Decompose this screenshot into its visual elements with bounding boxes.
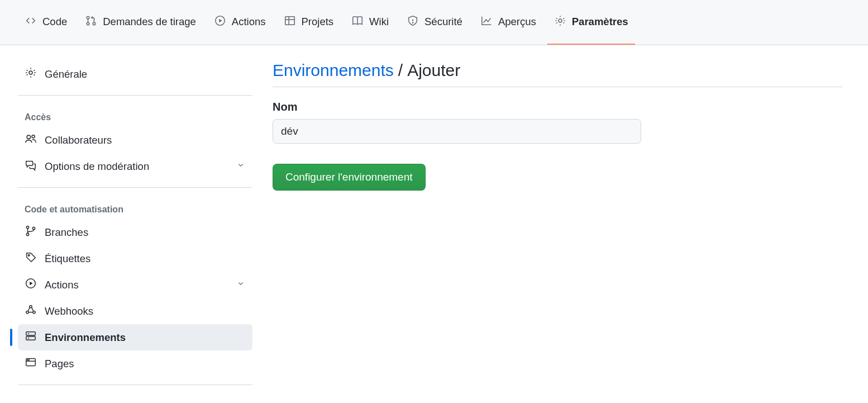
sidebar-item-label: Pages xyxy=(45,358,74,370)
tab-settings[interactable]: Paramètres xyxy=(547,0,635,45)
chevron-down-icon xyxy=(236,160,246,173)
play-circle-icon xyxy=(25,277,37,292)
sidebar-item-label: Collaborateurs xyxy=(45,134,112,146)
sidebar-item-collaborators[interactable]: Collaborateurs xyxy=(18,127,252,153)
tab-actions-label: Actions xyxy=(232,16,266,28)
book-icon xyxy=(351,15,364,30)
gear-icon xyxy=(25,67,37,82)
repo-tabs: Code Demandes de tirage Actions Projets … xyxy=(0,0,868,45)
svg-point-1 xyxy=(87,22,89,25)
browser-icon xyxy=(25,356,37,371)
svg-point-10 xyxy=(412,22,413,23)
sidebar-section-code-auto: Code et automatisation xyxy=(18,196,252,219)
svg-point-30 xyxy=(27,359,28,360)
tab-pulls[interactable]: Demandes de tirage xyxy=(78,0,203,45)
name-field-label: Nom xyxy=(273,101,842,113)
server-icon xyxy=(25,330,37,345)
divider xyxy=(18,95,252,96)
breadcrumb-separator: / xyxy=(398,61,403,80)
play-circle-icon xyxy=(214,15,226,30)
svg-point-17 xyxy=(32,227,35,229)
shield-icon xyxy=(407,15,419,30)
gear-icon xyxy=(554,15,566,30)
tab-settings-label: Paramètres xyxy=(572,16,628,28)
sidebar-item-label: Branches xyxy=(45,226,88,239)
svg-point-14 xyxy=(32,135,35,138)
tab-actions[interactable]: Actions xyxy=(207,0,273,45)
breadcrumb-parent-link[interactable]: Environnements xyxy=(273,61,394,80)
webhook-icon xyxy=(25,304,37,319)
svg-marker-20 xyxy=(30,282,33,285)
sidebar-item-webhooks[interactable]: Webhooks xyxy=(18,298,252,324)
tab-pulls-label: Demandes de tirage xyxy=(103,16,196,28)
chevron-down-icon xyxy=(236,278,246,291)
sidebar-item-label: Environnements xyxy=(45,331,126,344)
svg-rect-5 xyxy=(285,16,294,25)
git-branch-icon xyxy=(25,225,37,240)
sidebar-item-label: Actions xyxy=(45,279,79,291)
svg-point-16 xyxy=(26,233,28,235)
svg-point-31 xyxy=(28,359,29,360)
tag-icon xyxy=(25,251,37,266)
sidebar-item-label: Options de modération xyxy=(45,160,149,173)
code-icon xyxy=(25,15,37,30)
svg-marker-4 xyxy=(219,18,222,22)
svg-point-13 xyxy=(27,135,30,139)
svg-point-23 xyxy=(33,311,35,313)
sidebar-item-pages[interactable]: Pages xyxy=(18,350,252,377)
sidebar-item-label: Webhooks xyxy=(45,305,93,317)
breadcrumb-current: Ajouter xyxy=(407,61,460,80)
tab-projects[interactable]: Projets xyxy=(277,0,341,45)
settings-sidebar: Générale Accès Collaborateurs Options de… xyxy=(18,61,252,393)
svg-point-12 xyxy=(29,71,32,74)
tab-projects-label: Projets xyxy=(302,16,334,28)
sidebar-item-environments[interactable]: Environnements xyxy=(18,324,252,350)
svg-point-18 xyxy=(28,254,30,256)
tab-insights-label: Aperçus xyxy=(498,16,536,28)
tab-code[interactable]: Code xyxy=(18,0,74,45)
svg-point-11 xyxy=(559,19,562,22)
git-pull-request-icon xyxy=(85,15,97,30)
svg-point-22 xyxy=(26,311,28,313)
table-icon xyxy=(284,15,296,30)
tab-insights[interactable]: Aperçus xyxy=(474,0,543,45)
tab-wiki-label: Wiki xyxy=(369,16,389,28)
graph-icon xyxy=(480,15,493,30)
sidebar-item-label: Générale xyxy=(45,68,87,80)
people-icon xyxy=(25,132,37,148)
tab-wiki[interactable]: Wiki xyxy=(345,0,395,45)
sidebar-section-access: Accès xyxy=(18,103,252,127)
svg-point-2 xyxy=(93,22,96,25)
svg-rect-24 xyxy=(26,332,36,335)
svg-point-0 xyxy=(87,16,89,19)
tab-security-label: Sécurité xyxy=(425,16,462,28)
sidebar-item-tags[interactable]: Étiquettes xyxy=(18,245,252,272)
sidebar-item-label: Étiquettes xyxy=(45,253,90,265)
divider xyxy=(18,187,252,188)
sidebar-item-general[interactable]: Générale xyxy=(18,61,252,87)
tab-security[interactable]: Sécurité xyxy=(400,0,469,45)
environment-name-input[interactable] xyxy=(273,119,641,144)
comment-discussion-icon xyxy=(25,159,37,174)
sidebar-item-moderation[interactable]: Options de modération xyxy=(18,153,252,179)
configure-environment-button[interactable]: Configurer l'environnement xyxy=(273,164,426,191)
svg-point-15 xyxy=(26,226,28,228)
sidebar-item-actions[interactable]: Actions xyxy=(18,272,252,298)
sidebar-item-branches[interactable]: Branches xyxy=(18,219,252,245)
divider xyxy=(18,385,252,385)
page-title: Environnements / Ajouter xyxy=(273,61,842,87)
svg-rect-25 xyxy=(26,336,36,340)
main-content: Environnements / Ajouter Nom Configurer … xyxy=(273,61,842,393)
tab-code-label: Code xyxy=(42,16,67,28)
